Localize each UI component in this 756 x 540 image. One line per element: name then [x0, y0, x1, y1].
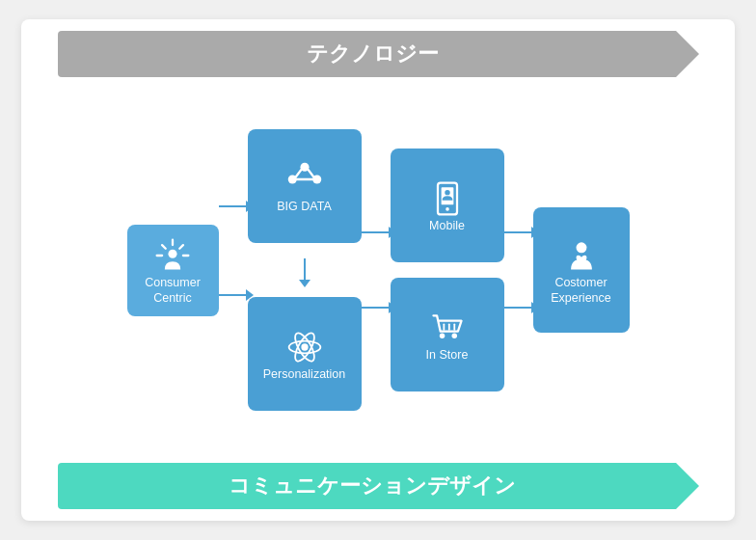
arrow-line-bottom: [219, 294, 248, 296]
svg-point-20: [439, 333, 444, 338]
top-banner-shape: テクノロジー: [58, 31, 699, 77]
arrows-middle-to-right: [362, 164, 391, 376]
person-heart-icon: [562, 236, 601, 275]
col-mobile-instore: Mobile In Store: [391, 148, 504, 392]
diagram-main: ConsumerCentric: [40, 79, 716, 461]
atom-icon: [285, 328, 324, 366]
person-rays-icon: [153, 236, 192, 275]
arrow-mobile-to-costomer: [504, 231, 533, 233]
in-store-box: In Store: [391, 278, 504, 392]
bottom-banner-label: コミュニケーションデザイン: [229, 472, 516, 500]
cart-icon: [428, 309, 467, 347]
svg-point-21: [451, 333, 456, 338]
personalization-label: Personalization: [263, 366, 345, 382]
big-data-label: BIG DATA: [277, 199, 332, 214]
mobile-label: Mobile: [429, 218, 465, 233]
costomer-experience-label: CostomerExperience: [551, 275, 611, 307]
costomer-experience-box: CostomerExperience: [533, 207, 630, 333]
diagram-container: テクノロジー ConsumerCentric: [21, 19, 735, 521]
arrow-line-top: [219, 205, 248, 207]
svg-point-19: [445, 190, 449, 195]
top-banner: テクノロジー: [40, 29, 716, 79]
svg-point-25: [576, 242, 586, 253]
in-store-label: In Store: [426, 347, 469, 363]
top-banner-label: テクノロジー: [307, 40, 439, 68]
svg-point-5: [168, 249, 176, 257]
arrow-instore-to-costomer: [504, 307, 533, 309]
flow: ConsumerCentric: [127, 129, 630, 411]
arrow-personal-to-instore: [362, 307, 391, 309]
col-data-personal: BIG DATA Personalization: [248, 129, 362, 411]
svg-line-2: [179, 245, 183, 249]
bottom-banner-shape: コミュニケーションデザイン: [58, 463, 699, 509]
svg-point-18: [446, 207, 449, 211]
svg-point-12: [301, 343, 308, 350]
arrow-consumer-to-middle: [219, 202, 248, 338]
svg-line-1: [162, 245, 166, 249]
arrow-bigdata-to-mobile: [362, 231, 391, 233]
bottom-banner: コミュニケーションデザイン: [40, 461, 716, 511]
mobile-box: Mobile: [391, 148, 504, 262]
personalization-box: Personalization: [248, 297, 362, 411]
svg-line-10: [308, 170, 312, 176]
arrows-right-to-costomer: [504, 164, 533, 376]
consumer-centric-box: ConsumerCentric: [127, 225, 219, 316]
data-nodes-icon: [285, 160, 324, 199]
svg-line-9: [295, 170, 300, 176]
arrow-down-bigdata-personal: [304, 258, 306, 282]
big-data-box: BIG DATA: [248, 129, 362, 243]
mobile-icon: [428, 179, 467, 218]
consumer-centric-label: ConsumerCentric: [145, 275, 201, 307]
